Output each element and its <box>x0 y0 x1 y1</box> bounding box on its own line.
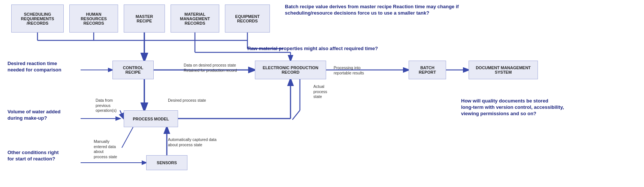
box-epr: ELECTRONIC PRODUCTION RECORD <box>255 61 326 79</box>
box-batch-report: BATCH REPORT <box>409 61 446 79</box>
box-material-management: MATERIAL MANAGEMENT RECORDS <box>171 4 219 33</box>
annotation-other-conditions: Other conditions rightfor start of react… <box>7 150 59 162</box>
box-process-model: PROCESS MODEL <box>124 110 178 127</box>
diagram-container: SCHEDULING REQUIREMENTS /RECORDS HUMAN R… <box>0 0 644 187</box>
box-doc-mgmt: DOCUMENT MANAGEMENT SYSTEM <box>469 61 538 79</box>
annotation-volume-water: Volume of water addedduring make-up? <box>7 109 60 122</box>
box-sensors: SENSORS <box>146 155 187 170</box>
svg-line-19 <box>120 110 124 119</box>
label-actual-process-state: Actualprocessstate <box>313 84 327 99</box>
svg-line-24 <box>292 110 300 120</box>
svg-line-25 <box>122 127 133 148</box>
label-manually-entered: Manuallyentered dataaboutprocess state <box>94 139 117 160</box>
annotation-quality-docs: How will quality documents be storedlong… <box>461 98 564 117</box>
box-scheduling: SCHEDULING REQUIREMENTS /RECORDS <box>11 4 64 33</box>
annotation-batch-recipe: Batch recipe value derives from master r… <box>285 4 472 16</box>
box-human-resources: HUMAN RESOURCES RECORDS <box>69 4 118 33</box>
label-processing-reportable: Processing intoreportable results <box>334 65 364 76</box>
label-data-from-previous: Data frompreviousoperation(s) <box>96 98 117 113</box>
label-auto-captured: Automatically captured dataabout process… <box>168 137 217 147</box>
label-desired-process-state: Desired process state <box>168 98 206 103</box>
label-data-desired-process: Data on desired process stateRetained fo… <box>184 63 237 73</box>
box-control-recipe: CONTROL RECIPE <box>112 61 154 79</box>
annotation-raw-material: Raw material properties might also affec… <box>247 46 378 52</box>
box-equipment-records: EQUIPMENT RECORDS <box>225 4 270 33</box>
box-master-recipe: MASTER RECIPE <box>124 4 165 33</box>
annotation-desired-reaction: Desired reaction timeneeded for comparis… <box>7 61 61 73</box>
